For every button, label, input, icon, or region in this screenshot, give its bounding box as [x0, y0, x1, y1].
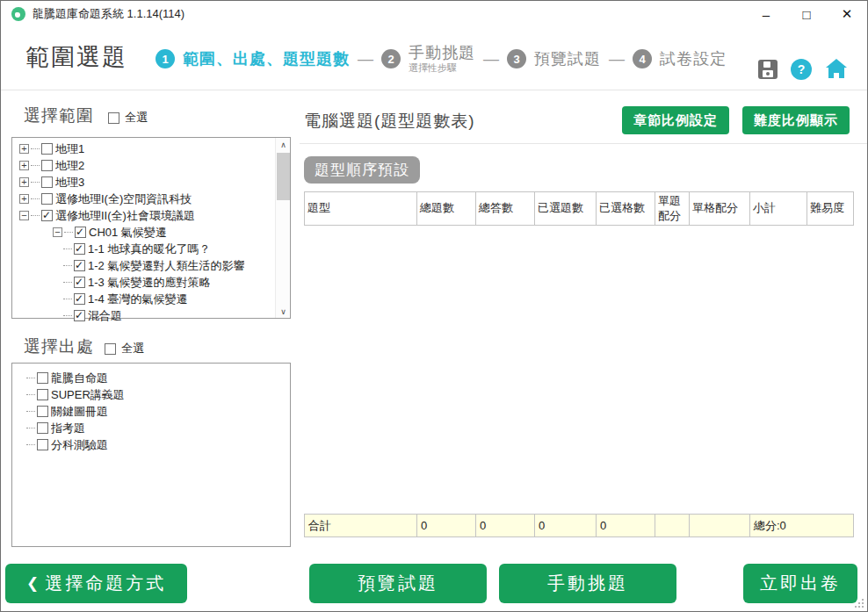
step-2-circle: 2	[381, 49, 401, 68]
tree-item[interactable]: − 選修地理II(全)社會環境議題	[12, 207, 290, 224]
expand-icon[interactable]: +	[19, 161, 29, 170]
source-checkbox[interactable]	[37, 389, 48, 400]
source-list: 龍騰自命題 SUPER講義題 關鍵圖冊題 指考題 分科測驗題	[11, 363, 291, 547]
source-checkbox[interactable]	[37, 422, 48, 434]
tree-checkbox[interactable]	[74, 277, 85, 288]
summary-total-score: 總分:0	[750, 515, 854, 537]
step-dash: —	[358, 50, 373, 68]
collapse-icon[interactable]: −	[53, 227, 62, 237]
collapse-icon[interactable]: −	[19, 211, 29, 220]
back-to-method-button[interactable]: ❮ 選擇命題方式	[5, 564, 187, 603]
computer-selection-title: 電腦選題(題型題數表)	[304, 110, 475, 133]
tree-label: 選修地理II(全)社會環境議題	[55, 208, 195, 224]
app-logo-icon	[11, 7, 25, 21]
tree-item[interactable]: 1-2 氣候變遷對人類生活的影響	[12, 257, 290, 274]
source-section-title: 選擇出處	[24, 335, 94, 358]
tree-label: 1-4 臺灣的氣候變遷	[88, 292, 187, 307]
tree-checkbox[interactable]	[75, 227, 86, 238]
tree-label: CH01 氣候變遷	[89, 225, 167, 241]
source-select-all-label: 全選	[121, 341, 144, 356]
minimize-button[interactable]: –	[746, 1, 786, 27]
source-label: 龍騰自命題	[51, 371, 108, 386]
tree-label: 選修地理I(全)空間資訊科技	[55, 191, 192, 207]
resize-grip[interactable]	[855, 599, 864, 608]
summary-label: 合計	[305, 515, 417, 537]
tree-item[interactable]: 1-3 氣候變遷的應對策略	[12, 274, 290, 291]
save-icon[interactable]	[758, 60, 778, 79]
list-item[interactable]: 分科測驗題	[12, 436, 290, 453]
tree-checkbox[interactable]	[41, 210, 53, 221]
tree-checkbox[interactable]	[41, 176, 53, 188]
manual-pick-button[interactable]: 手動挑題	[499, 564, 676, 603]
tree-item[interactable]: + 地理2	[12, 157, 290, 174]
chapter-ratio-button[interactable]: 章節比例設定	[622, 106, 729, 134]
scroll-down-icon[interactable]: ∨	[276, 305, 291, 318]
expand-icon[interactable]: +	[19, 144, 29, 154]
scrollbar[interactable]: ∧ ∨	[275, 138, 290, 318]
close-button[interactable]: ✕	[827, 1, 867, 27]
tree-item[interactable]: + 選修地理I(全)空間資訊科技	[12, 191, 290, 207]
col-total-answers: 總答數	[476, 192, 535, 226]
home-icon[interactable]	[825, 59, 848, 80]
app-window: 龍騰題庫命題系統 1.1.14(114) – □ ✕ 範圍選題 1 範圍、出處、…	[0, 0, 868, 612]
tree-item[interactable]: 混合題	[12, 307, 290, 324]
tree-item[interactable]: + 地理1	[12, 140, 290, 157]
help-icon[interactable]: ?	[791, 59, 812, 80]
source-label: 關鍵圖冊題	[51, 404, 108, 420]
scroll-up-icon[interactable]: ∧	[276, 138, 291, 151]
tree-label: 1-1 地球真的暖化了嗎？	[88, 241, 210, 257]
step-indicator: 1 範圍、出處、題型題數 — 2 手動挑題 選擇性步驟 — 3 預覽試題 — 4…	[156, 27, 727, 90]
expand-icon[interactable]: +	[19, 194, 29, 204]
difficulty-ratio-button[interactable]: 難度比例顯示	[742, 106, 850, 134]
source-checkbox[interactable]	[37, 439, 48, 450]
list-item[interactable]: 關鍵圖冊題	[12, 403, 290, 420]
list-item[interactable]: 指考題	[12, 420, 290, 436]
divider	[300, 143, 867, 144]
summary-per-cell-score	[690, 515, 750, 537]
summary-total-questions: 0	[417, 515, 476, 537]
question-type-order-button[interactable]: 題型順序預設	[304, 156, 420, 184]
page-title: 範圍選題	[25, 41, 127, 73]
maximize-button[interactable]: □	[786, 1, 827, 27]
scope-select-all-checkbox[interactable]	[108, 112, 119, 124]
step-4-circle: 4	[633, 49, 652, 68]
list-item[interactable]: SUPER講義題	[12, 386, 290, 403]
source-checkbox[interactable]	[37, 372, 48, 384]
summary-total-answers: 0	[476, 515, 535, 537]
tree-checkbox[interactable]	[41, 143, 53, 155]
list-item[interactable]: 龍騰自命題	[12, 370, 290, 386]
col-difficulty: 難易度	[807, 192, 854, 226]
col-per-question-score: 單題配分	[655, 192, 690, 226]
tree-label: 地理2	[55, 158, 84, 174]
tree-item[interactable]: + 地理3	[12, 174, 290, 191]
tree-checkbox[interactable]	[74, 310, 85, 321]
chevron-left-icon: ❮	[26, 574, 39, 593]
col-question-type: 題型	[305, 192, 417, 226]
tree-checkbox[interactable]	[41, 193, 53, 205]
col-total-questions: 總題數	[417, 192, 476, 226]
tree-checkbox[interactable]	[41, 160, 53, 171]
tree-checkbox[interactable]	[74, 243, 85, 255]
tree-checkbox[interactable]	[74, 260, 85, 271]
tree-item[interactable]: 1-1 地球真的暖化了嗎？	[12, 241, 290, 257]
summary-selected-questions: 0	[535, 515, 597, 537]
source-select-all-checkbox[interactable]	[105, 343, 116, 355]
col-subtotal: 小計	[750, 192, 807, 226]
step-3-label: 預覽試題	[534, 48, 601, 69]
scrollbar-thumb[interactable]	[277, 153, 290, 200]
scope-tree: + 地理1 + 地理2 + 地理3 + 選修地理I(全)空間資訊科技 − 選修地…	[11, 137, 291, 319]
tree-item[interactable]: 1-4 臺灣的氣候變遷	[12, 291, 290, 307]
tree-label: 地理3	[55, 175, 84, 191]
tree-checkbox[interactable]	[74, 293, 85, 305]
expand-icon[interactable]: +	[19, 177, 29, 187]
source-label: 分科測驗題	[51, 437, 108, 453]
summary-row: 合計 0 0 0 0 總分:0	[305, 515, 854, 537]
titlebar: 龍騰題庫命題系統 1.1.14(114) – □ ✕	[1, 1, 867, 27]
back-button-label: 選擇命題方式	[45, 572, 166, 595]
preview-questions-button[interactable]: 預覽試題	[309, 564, 487, 603]
step-2-label: 手動挑題	[409, 44, 475, 62]
step-dash: —	[609, 50, 625, 68]
export-paper-button[interactable]: 立即出卷	[743, 564, 857, 603]
source-checkbox[interactable]	[37, 406, 48, 417]
tree-item[interactable]: − CH01 氣候變遷	[12, 224, 290, 241]
